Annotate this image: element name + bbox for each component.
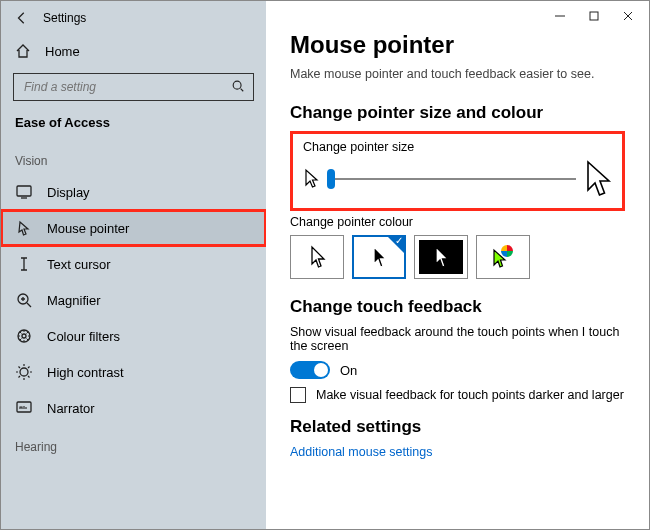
touch-feedback-toggle[interactable]: [290, 361, 330, 379]
colour-option-white[interactable]: [290, 235, 344, 279]
magnifier-icon: [15, 291, 33, 309]
back-icon[interactable]: [15, 11, 29, 25]
svg-rect-1: [17, 186, 31, 196]
home-icon: [15, 43, 31, 59]
window-title: Settings: [43, 11, 86, 25]
sidebar-item-mouse-pointer[interactable]: Mouse pointer: [1, 210, 266, 246]
sidebar-group-hearing: Hearing: [1, 426, 266, 460]
colour-filters-icon: [15, 327, 33, 345]
section-related: Related settings: [290, 417, 625, 437]
pointer-size-label: Change pointer size: [303, 140, 612, 154]
page-title: Mouse pointer: [290, 31, 625, 59]
checkbox-label: Make visual feedback for touch points da…: [316, 388, 624, 402]
sidebar-section: Ease of Access: [1, 111, 266, 140]
svg-point-4: [22, 334, 26, 338]
high-contrast-icon: [15, 363, 33, 381]
sidebar-item-display[interactable]: Display: [1, 174, 266, 210]
sidebar-item-magnifier[interactable]: Magnifier: [1, 282, 266, 318]
colour-option-custom[interactable]: [476, 235, 530, 279]
narrator-icon: [15, 399, 33, 417]
sidebar-item-colour-filters[interactable]: Colour filters: [1, 318, 266, 354]
toggle-label: On: [340, 363, 357, 378]
darker-larger-checkbox[interactable]: [290, 387, 306, 403]
text-cursor-icon: [15, 255, 33, 273]
sidebar-item-narrator[interactable]: Narrator: [1, 390, 266, 426]
colour-option-black[interactable]: [352, 235, 406, 279]
sidebar-item-label: Narrator: [47, 401, 95, 416]
sidebar-item-label: Colour filters: [47, 329, 120, 344]
sidebar-home[interactable]: Home: [1, 35, 266, 67]
window-controls: [545, 5, 643, 27]
cursor-small-icon: [303, 168, 319, 190]
sidebar-item-label: High contrast: [47, 365, 124, 380]
sidebar-item-text-cursor[interactable]: Text cursor: [1, 246, 266, 282]
cursor-large-icon: [584, 160, 612, 198]
section-size-colour: Change pointer size and colour: [290, 103, 625, 123]
page-subtitle: Make mouse pointer and touch feedback ea…: [290, 67, 625, 81]
additional-mouse-settings-link[interactable]: Additional mouse settings: [290, 445, 625, 459]
pointer-size-group: Change pointer size: [290, 131, 625, 211]
search-box[interactable]: [13, 73, 254, 101]
sidebar: Settings Home Ease of Access Vision Disp…: [1, 1, 266, 529]
minimize-button[interactable]: [545, 5, 575, 27]
section-touch: Change touch feedback: [290, 297, 625, 317]
display-icon: [15, 183, 33, 201]
svg-rect-7: [590, 12, 598, 20]
sidebar-item-label: Mouse pointer: [47, 221, 129, 236]
touch-desc: Show visual feedback around the touch po…: [290, 325, 625, 353]
sidebar-item-label: Text cursor: [47, 257, 111, 272]
slider-track: [327, 178, 576, 180]
pointer-size-slider[interactable]: [327, 167, 576, 191]
pointer-colour-label: Change pointer colour: [290, 215, 625, 229]
mouse-pointer-icon: [15, 219, 33, 237]
sidebar-item-high-contrast[interactable]: High contrast: [1, 354, 266, 390]
sidebar-group-vision: Vision: [1, 140, 266, 174]
svg-point-0: [233, 81, 241, 89]
colour-option-inverted[interactable]: [414, 235, 468, 279]
pointer-colour-options: [290, 235, 625, 279]
sidebar-item-label: Display: [47, 185, 90, 200]
search-input[interactable]: [22, 79, 192, 95]
content-pane: Mouse pointer Make mouse pointer and tou…: [266, 1, 649, 529]
close-button[interactable]: [613, 5, 643, 27]
maximize-button[interactable]: [579, 5, 609, 27]
slider-thumb[interactable]: [327, 169, 335, 189]
home-label: Home: [45, 44, 80, 59]
sidebar-item-label: Magnifier: [47, 293, 100, 308]
svg-point-5: [20, 368, 28, 376]
search-icon: [231, 79, 245, 96]
